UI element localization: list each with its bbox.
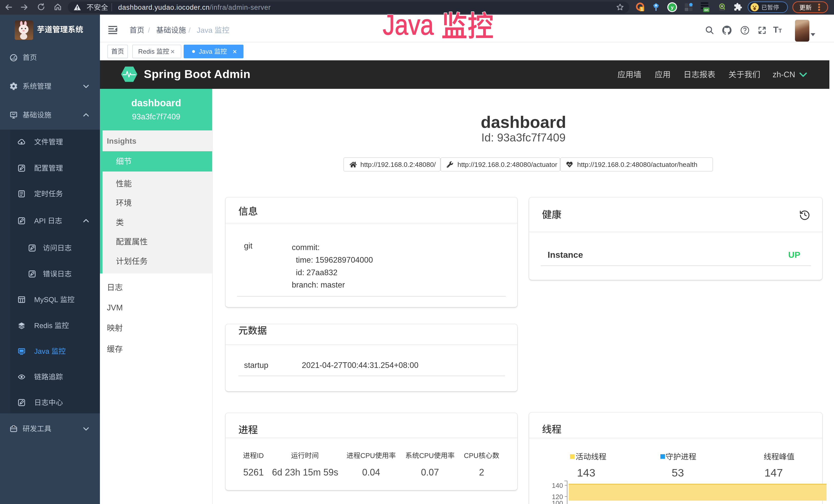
svg-text:on: on (704, 8, 708, 12)
svg-text:y: y (671, 5, 674, 10)
svg-text:1: 1 (641, 7, 643, 11)
